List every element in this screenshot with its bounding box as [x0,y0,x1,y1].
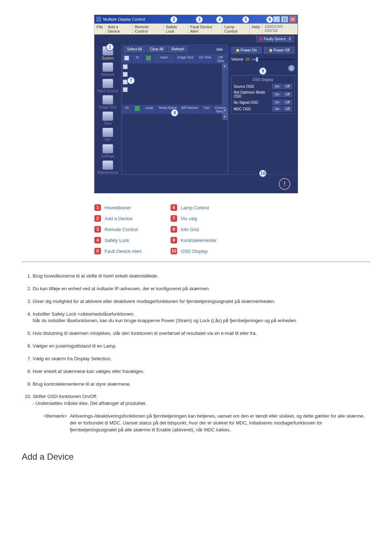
legend-num: 9 [171,237,177,243]
maximize-button[interactable]: ☐ [281,16,288,22]
control-panel: Power On Power Off Volume 10 9 OSD Displ… [228,44,298,175]
osd-title: OSD Display [234,78,292,82]
list-item: Skifter OSD-funktionen On/Off. - Underst… [33,393,370,433]
col-fan: Fan [201,105,213,114]
legend: 1Hovedikoner 2Add a Device 3Remote Contr… [94,204,298,254]
settings-icon [102,144,113,153]
checkbox-icon[interactable] [124,56,129,61]
osd-on-button[interactable]: On [272,106,282,111]
window-controls: _ ☐ ✕ [273,16,296,22]
status-idle: Idle [216,47,226,52]
main-content: 1 System Network Input Source Image Size… [94,44,298,175]
scroll-up-icon[interactable]: ▴ [222,114,228,120]
sidebar-item-pip[interactable]: PIP [102,128,113,142]
sidebar-item-label: Image Size [99,105,117,109]
annotation-6: 6 [266,16,274,24]
col-br-sensor: B/R Sensor [179,105,201,114]
menu-fault-device[interactable]: Fault Device Alert [188,24,222,34]
text: - Understøttes måske ikke. Det afhænger … [33,401,147,406]
note-text: Aktiverings-/deaktiveringsfunktionen på … [70,413,370,434]
scroll-down-icon[interactable]: ▾ [222,108,228,114]
sidebar-item-label: Time [104,122,112,126]
sidebar-item-input-source[interactable]: Input Source [98,79,118,93]
input-source-icon [102,79,113,88]
list-item: Du kan tilføje en enhed ved at indtaste … [33,286,370,292]
annotation-7: 7 [127,77,135,85]
speaker-icon[interactable] [288,65,295,71]
osd-off-button[interactable]: Off [283,92,292,97]
sidebar-item-network[interactable]: Network [101,62,115,77]
col-on-time: On Time [196,55,214,63]
legend-num: 4 [94,237,101,243]
row-checkbox[interactable] [123,64,128,69]
osd-on-button[interactable]: On [272,92,282,97]
row-checkbox[interactable] [123,87,128,92]
power-on-button[interactable]: Power On [231,47,262,54]
legend-label: OSD Display [181,249,208,254]
legend-label: Remote Control [105,227,138,232]
row-checkbox[interactable] [123,72,128,77]
legend-label: Fault Device Alert [105,249,142,254]
sidebar-item-label: Settings [101,154,114,158]
sidebar-item-settings[interactable]: Settings [101,144,114,158]
menu-file[interactable]: File [94,24,106,34]
sidebar-item-label: Input Source [98,89,118,93]
volume-slider[interactable] [252,59,295,60]
osd-label: MDC OSD [234,107,251,111]
col-id: ID [132,55,144,63]
legend-label: Kontrolelementer [181,238,217,243]
osd-off-button[interactable]: Off [283,106,292,111]
image-size-icon [102,95,113,104]
col-id: ID [122,105,132,114]
osd-off-button[interactable]: Off [283,84,292,89]
legend-num: 2 [94,215,101,222]
sidebar-item-time[interactable]: Time [102,111,113,126]
osd-label: Source OSD [234,85,254,89]
refresh-button[interactable]: Refresh [168,46,187,52]
legend-label: Hovedikoner [105,205,131,210]
annotation-2: 2 [170,16,178,24]
sidebar-item-maintenance[interactable]: Maintenance [97,160,118,175]
list-item: Vælg en skærm fra Display Selection. [33,356,370,362]
osd-label: Not Optimum Mode OSD [234,90,271,98]
power-on-label: Power On [241,48,257,52]
clear-all-button[interactable]: Clear All [147,46,167,52]
scroll-up-icon[interactable]: ▴ [222,63,228,69]
scrollbar[interactable]: ▴ [222,63,228,105]
osd-on-button[interactable]: On [272,100,282,105]
osd-on-button[interactable]: On [272,84,282,89]
legend-num: 6 [171,204,177,211]
power-off-button[interactable]: Power Off [264,47,295,54]
sidebar-item-image-size[interactable]: Image Size [99,95,117,109]
upper-grid-body: 7 ▴ [122,63,228,105]
legend-num: 1 [94,204,101,211]
annotation-1: 1 [106,43,114,51]
osd-label: No Signal OSD [234,100,258,104]
close-button[interactable]: ✕ [289,16,296,22]
text: Skifter OSD-funktionen On/Off. [33,394,97,399]
annotation-3: 3 [195,16,203,24]
section-heading: Add a Device [22,452,370,462]
osd-row-source: Source OSD OnOff [234,84,292,89]
select-all-button[interactable]: Select All [124,46,145,52]
app-icon [96,16,102,22]
menu-safety-lock[interactable]: Safety Lock [164,24,188,34]
osd-off-button[interactable]: Off [283,100,292,105]
legend-label: Add a Device [105,216,132,221]
app-window: Multiple Display Control _ ☐ ✕ File Add … [94,15,298,193]
minimize-button[interactable]: _ [273,16,280,22]
volume-row: Volume 10 [231,57,295,61]
menu-lamp-control[interactable]: Lamp Control [222,24,249,34]
menu-add-device[interactable]: Add a Device [106,24,133,34]
menu-help[interactable]: Help [249,24,262,34]
legend-label: Info Grid [181,227,199,232]
descriptions-list: Brug hovedikonerne til at skifte til hve… [22,273,370,434]
brand-label: SAMSUNG DIGITall [262,24,298,34]
window-title: Multiple Display Control [103,17,145,21]
legend-num: 10 [171,248,177,254]
menu-remote-control[interactable]: Remote Control [132,24,164,34]
legend-label: Lamp Control [181,205,209,210]
sidebar-item-label: Maintenance [97,171,118,175]
network-icon [102,62,113,72]
faulty-count: Faulty Device : 0 [264,37,291,41]
